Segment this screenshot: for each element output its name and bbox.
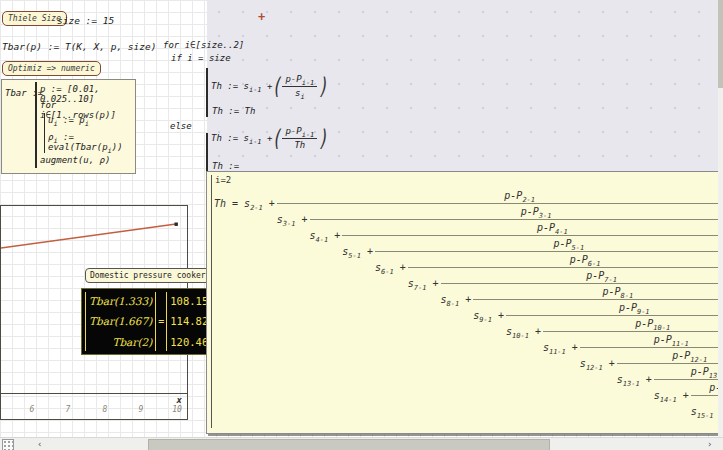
loop-for-line[interactable]: for i∈[size..2] [163,40,244,51]
page-anchor-icon[interactable] [2,439,14,450]
result-matrix-box[interactable]: Tbar(1.333) Tbar(1.667) Tbar(2) = 108.15… [81,288,214,355]
fraction: p-Pi-1 si [282,74,317,99]
value-column: 108.15 114.82 120.46 [167,291,211,352]
loop-if-line[interactable]: if i = size [171,53,231,64]
x-axis-label: x [177,395,182,405]
scroll-right-arrow-icon[interactable]: › [707,438,712,450]
plot-x-axis: x 6 7 8 9 10 [1,393,187,419]
open-paren: ( [274,75,280,98]
size-definition[interactable]: size := 15 [57,15,114,26]
th-assign-if[interactable]: Th := si-1 + ( p-Pi-1 si ) [211,74,327,99]
value-row: 108.15 [170,295,208,307]
numerator: p-Pi-1 [282,74,317,86]
tbar-program-block[interactable]: Tbar := p := [0.01, 0.025..10] for i∈[1.… [1,79,136,174]
expression-column: Tbar(1.333) Tbar(1.667) Tbar(2) [86,291,155,352]
vertical-scrollbar-thumb[interactable] [718,0,723,88]
vertical-scrollbar[interactable] [718,0,723,437]
tbar-function-definition[interactable]: Tbar(p) := T(K, X, p, size) [2,41,156,52]
expr-row: Tbar(1.667) [89,315,152,327]
x-tick: 7 [66,405,71,414]
open-paren: ( [274,127,280,150]
expr-row: Tbar(2) [112,336,152,348]
denominator: Th [282,138,317,151]
plot-endpoint-marker [175,223,178,226]
x-tick: 8 [103,405,108,414]
value-row: 120.46 [170,336,208,348]
close-paren: ) [320,127,326,150]
close-paren: ) [320,75,326,98]
expression-preview-popup: i=2 Th = s2-1 +p-P2-1s3-1 +p-P3-1s4-1 +p… [206,171,720,434]
program-line-u: ui := pi [48,115,89,125]
expr-row: Tbar(1.333) [89,295,152,307]
th-pre: Th := si-1 + [211,81,272,92]
th-assign-th[interactable]: Th := Th [212,106,255,117]
numerator: p-Pi-1 [282,126,317,138]
x-tick: 6 [30,405,35,414]
horizontal-scrollbar-thumb[interactable] [148,439,550,450]
denominator: si [282,86,317,99]
value-row: 114.82 [170,315,208,327]
scroll-left-arrow-icon[interactable]: ‹ [37,438,42,450]
x-tick: 9 [139,405,144,414]
th-assign-else[interactable]: Th := si-1 + ( p-Pi-1 Th ) [211,126,327,151]
program-bar-inner [44,113,45,153]
program-line-augment: augment(u, ρ) [40,155,110,165]
x-tick: 10 [172,405,182,414]
program-line-rho: ρi := eval(Tbar(pi)) [48,132,135,152]
continued-fraction: Th = s2-1 +p-P2-1s3-1 +p-P3-1s4-1 +p-P4-… [214,189,723,426]
if-branch-bar [206,68,208,117]
smath-worksheet-window: + Thiele Size size := 15 Tbar(p) := T(K,… [0,0,723,450]
else-branch-bar [206,133,208,171]
description-tooltip: Domestic pressure cooker °C [85,268,225,283]
fraction: p-Pi-1 Th [282,126,317,151]
equals-sign: = [156,316,166,327]
collapsed-region-optimiz[interactable]: Optimiz => numeric [2,61,101,76]
loop-else-line[interactable]: else [170,121,192,132]
program-bar [35,82,37,168]
horizontal-scrollbar[interactable]: ‹ › [0,437,723,450]
insert-cursor-icon: + [258,10,265,24]
plot-curve [1,224,176,248]
tbar-program-head: Tbar := [5,88,43,98]
th-pre: Th := si-1 + [211,133,272,144]
program-bar [211,175,212,428]
iteration-label: i=2 [215,175,231,185]
